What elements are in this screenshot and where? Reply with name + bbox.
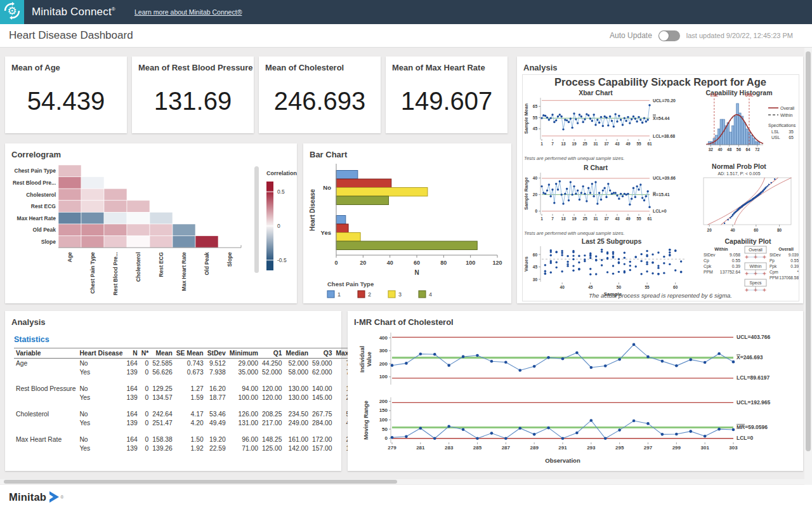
table-row: Max Heart RateNo1640158.381.5019.2096.00… (14, 435, 368, 444)
table-cell: 18.77 (206, 393, 228, 402)
svg-text:Rest Blood Pre...: Rest Blood Pre... (112, 252, 119, 295)
table-cell: 129.25 (150, 384, 174, 393)
table-cell: 131.00 (228, 418, 260, 427)
imr-individual-value-chart: 100200300400UCL=403.766X=246.693LCL=89.6… (355, 329, 796, 395)
table-cell: 145.00 (310, 393, 334, 402)
svg-text:Correlation: Correlation (266, 170, 297, 176)
auto-update-label: Auto Update (610, 31, 652, 40)
svg-text:Chest Pain Type: Chest Pain Type (89, 252, 96, 294)
dashboard-page: ⚙ Minitab Connect® Learn more about Mini… (0, 0, 812, 509)
horizontal-scrollbar-thumb[interactable] (4, 480, 397, 484)
vertical-scrollbar[interactable] (804, 48, 812, 485)
svg-text:Cpm: Cpm (769, 270, 778, 275)
learn-more-link[interactable]: Learn more about Minitab Connect® (134, 8, 242, 16)
svg-text:Capability Plot: Capability Plot (725, 237, 771, 245)
svg-text:Yes: Yes (321, 229, 331, 236)
svg-text:1: 1 (540, 142, 543, 146)
vertical-scrollbar-thumb[interactable] (806, 51, 811, 451)
table-header-cell: Mean (150, 348, 174, 359)
svg-text:LCL=38.68: LCL=38.68 (653, 134, 675, 138)
table-cell: 139 (125, 444, 140, 453)
table-cell: 0 (140, 359, 150, 368)
svg-text:Pp: Pp (769, 258, 775, 263)
svg-text:65: 65 (789, 135, 794, 140)
svg-text:40: 40 (717, 147, 723, 152)
svg-text:300: 300 (379, 348, 388, 354)
table-cell: 130.00 (284, 384, 310, 393)
svg-text:Specifications: Specifications (768, 123, 796, 128)
table-cell: 0 (140, 418, 150, 427)
svg-text:289: 289 (530, 445, 539, 451)
svg-text:37: 37 (604, 216, 609, 221)
statistics-table-header: VariableHeart DiseaseNN*MeanSE MeanStDev… (14, 348, 368, 359)
table-cell: 0 (140, 393, 150, 402)
table-cell: 44.250 (260, 359, 284, 368)
svg-text:Specs: Specs (750, 281, 762, 286)
svg-text:Overall: Overall (778, 247, 794, 251)
table-cell: 96.00 (228, 435, 260, 444)
svg-text:Last 25 Subgroups: Last 25 Subgroups (582, 237, 642, 245)
table-cell: 16.20 (206, 384, 228, 393)
svg-text:7: 7 (551, 216, 554, 221)
svg-text:Observation: Observation (545, 457, 580, 464)
svg-text:60: 60 (673, 285, 678, 289)
svg-text:3: 3 (398, 291, 402, 298)
correlogram-panel: Correlogram Chest Pain TypeRest Blood Pr… (5, 143, 297, 303)
svg-text:400: 400 (379, 335, 388, 341)
svg-text:Heart Disease: Heart Disease (309, 188, 316, 231)
svg-text:0: 0 (277, 223, 280, 229)
table-cell: 142.00 (284, 444, 310, 453)
svg-text:Rest Blood Pre...: Rest Blood Pre... (13, 180, 56, 186)
table-cell: 49.49 (206, 418, 228, 427)
table-cell: 164 (125, 409, 140, 418)
svg-text:0.39: 0.39 (790, 264, 799, 268)
table-cell: 208.25 (260, 409, 284, 418)
table-cell: 172.00 (310, 435, 334, 444)
svg-text:UCL=70.20: UCL=70.20 (653, 98, 676, 103)
svg-text:64: 64 (746, 147, 751, 152)
svg-text:9.058: 9.058 (730, 253, 740, 257)
svg-text:Chest Pain Type: Chest Pain Type (15, 168, 56, 174)
svg-text:37: 37 (604, 142, 609, 146)
table-cell: 0 (140, 435, 150, 444)
svg-text:X=54.44: X=54.44 (653, 116, 669, 121)
table-cell: 62.000 (310, 367, 334, 376)
horizontal-scrollbar[interactable] (0, 479, 804, 484)
table-cell: 4.17 (174, 409, 206, 418)
auto-update-toggle[interactable] (658, 30, 680, 41)
svg-text:4: 4 (429, 291, 432, 298)
svg-text:UCL=192.965: UCL=192.965 (737, 399, 770, 406)
svg-text:35: 35 (789, 129, 794, 134)
table-cell: Yes (77, 418, 124, 427)
table-cell: 249.00 (284, 418, 310, 427)
kpi-label: Mean of Rest Blood Pressure (138, 63, 253, 72)
table-cell: 157.00 (310, 444, 334, 453)
svg-text:40: 40 (533, 176, 538, 180)
svg-text:49: 49 (625, 216, 631, 221)
sync-gear-icon: ⚙ (3, 1, 22, 23)
svg-text:137068.58: 137068.58 (779, 275, 799, 280)
svg-text:Cholesterol: Cholesterol (135, 252, 141, 282)
table-cell: 52.000 (260, 367, 284, 376)
minitab-connect-logo[interactable]: ⚙ (0, 0, 24, 24)
table-cell: No (77, 435, 124, 444)
svg-text:PPM: PPM (704, 270, 713, 274)
table-cell: 164 (125, 435, 140, 444)
table-cell: 161.00 (284, 435, 310, 444)
svg-text:Moving Range: Moving Range (363, 400, 369, 440)
svg-text:7: 7 (551, 142, 554, 146)
svg-text:Old Peak: Old Peak (33, 227, 56, 233)
svg-text:Value: Value (366, 352, 372, 367)
table-cell: Yes (77, 367, 124, 376)
process-capability-sixpack-chart: Process Capability Sixpack Report for Ag… (522, 74, 799, 301)
svg-text:AD: 1.517, P: < 0.005: AD: 1.517, P: < 0.005 (717, 171, 760, 176)
svg-text:Tests are performed with unequ: Tests are performed with unequal sample … (524, 230, 625, 236)
svg-text:137752.64: 137752.64 (720, 270, 740, 274)
footer-registered-mark: ® (60, 495, 63, 499)
svg-text:55: 55 (645, 285, 650, 289)
svg-text:299: 299 (672, 445, 681, 451)
svg-text:N: N (414, 269, 419, 276)
statistics-table-body: AgeNo164052.5850.7439.51229.00044.25052.… (14, 359, 368, 453)
table-cell: 58.000 (284, 367, 310, 376)
kpi-card-mean-cholesterol: Mean of Cholesterol 246.693 (259, 56, 381, 133)
